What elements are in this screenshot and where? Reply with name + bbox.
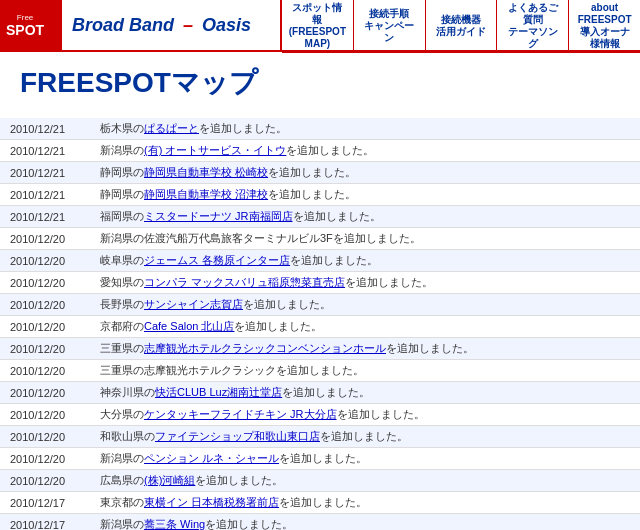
entry-link[interactable]: コンパラ マックスバリュ稲原惣菜直売店 [144, 276, 345, 288]
nav-about[interactable]: about FREESPOT導入オーナ様情報 [569, 0, 640, 52]
entry-link[interactable]: サンシャイン志賀店 [144, 298, 243, 310]
entry-link[interactable]: ファイテンショップ和歌山東口店 [155, 430, 320, 442]
date-cell: 2010/12/20 [0, 360, 90, 382]
entry-link[interactable]: (株)河崎組 [144, 474, 195, 486]
entry-suffix: を追加しました。 [268, 188, 356, 200]
page-title: FREESPOTマップ [0, 52, 640, 114]
brand-dash: – [183, 15, 198, 35]
entries-table: 2010/12/21栃木県のぱるぱーとを追加しました。2010/12/21新潟県… [0, 118, 640, 530]
table-row: 2010/12/20三重県の志摩観光ホテルクラシックコンベンションホールを追加し… [0, 338, 640, 360]
entry-link[interactable]: (有) オートサービス・イトウ [144, 144, 286, 156]
entry-prefix: 和歌山県の [100, 430, 155, 442]
logo: Free SPOT [6, 13, 44, 38]
table-row: 2010/12/20長野県のサンシャイン志賀店を追加しました。 [0, 294, 640, 316]
entry-link[interactable]: ケンタッキーフライドチキン JR大分店 [144, 408, 337, 420]
nav-faq[interactable]: よくあるご質問テーマソング [497, 0, 569, 52]
table-row: 2010/12/20新潟県の佐渡汽船万代島旅客ターミナルビル3Fを追加しました。 [0, 228, 640, 250]
table-row: 2010/12/17新潟県の蕎三条 Wingを追加しました。 [0, 514, 640, 531]
entry-suffix: を追加しました。 [234, 320, 322, 332]
entry-cell: 長野県のサンシャイン志賀店を追加しました。 [90, 294, 640, 316]
date-cell: 2010/12/20 [0, 382, 90, 404]
brand-title: Broad Band – Oasis [72, 15, 251, 36]
entry-prefix: 静岡県の [100, 166, 144, 178]
entry-prefix: 長野県の [100, 298, 144, 310]
entry-suffix: を追加しました。 [345, 276, 433, 288]
nav-devices[interactable]: 接続機器活用ガイド [426, 0, 498, 52]
date-cell: 2010/12/17 [0, 514, 90, 531]
entry-cell: 大分県のケンタッキーフライドチキン JR大分店を追加しました。 [90, 404, 640, 426]
nav-row: スポット情報(FREESPOT MAP) 接続手順キャンペーン 接続機器活用ガイ… [282, 0, 640, 53]
date-cell: 2010/12/20 [0, 448, 90, 470]
entry-suffix: を追加しました。 [268, 166, 356, 178]
entry-cell: 三重県の志摩観光ホテルクラシックコンベンションホールを追加しました。 [90, 338, 640, 360]
entry-link[interactable]: ペンション ルネ・シャール [144, 452, 279, 464]
table-row: 2010/12/20神奈川県の快活CLUB Luz湘南辻堂店を追加しました。 [0, 382, 640, 404]
entry-cell: 京都府のCafe Salon 北山店を追加しました。 [90, 316, 640, 338]
table-row: 2010/12/21栃木県のぱるぱーとを追加しました。 [0, 118, 640, 140]
table-row: 2010/12/20愛知県のコンパラ マックスバリュ稲原惣菜直売店を追加しました… [0, 272, 640, 294]
entry-suffix: を追加しました。 [386, 342, 474, 354]
entry-prefix: 神奈川県の [100, 386, 155, 398]
entry-link[interactable]: 東横イン 日本橋税務署前店 [144, 496, 279, 508]
entry-suffix: を追加しました。 [320, 430, 408, 442]
entry-prefix: 京都府の [100, 320, 144, 332]
entry-cell: 岐阜県のジェームス 各務原インター店を追加しました。 [90, 250, 640, 272]
entry-link[interactable]: 快活CLUB Luz湘南辻堂店 [155, 386, 282, 398]
entry-link[interactable]: ジェームス 各務原インター店 [144, 254, 290, 266]
date-cell: 2010/12/20 [0, 338, 90, 360]
date-cell: 2010/12/21 [0, 162, 90, 184]
entry-suffix: を追加しました。 [195, 474, 283, 486]
entry-cell: 三重県の志摩観光ホテルクラシックを追加しました。 [90, 360, 640, 382]
entry-link[interactable]: ぱるぱーと [144, 122, 199, 134]
entry-link[interactable]: 蕎三条 Wing [144, 518, 205, 530]
header: Free SPOT Broad Band – Oasis スポット情報(FREE… [0, 0, 640, 52]
table-row: 2010/12/21福岡県のミスタードーナツ JR南福岡店を追加しました。 [0, 206, 640, 228]
entry-suffix: を追加しました。 [279, 496, 367, 508]
table-row: 2010/12/21静岡県の静岡県自動車学校 松崎校を追加しました。 [0, 162, 640, 184]
entry-link[interactable]: Cafe Salon 北山店 [144, 320, 234, 332]
table-row: 2010/12/17東京都の東横イン 日本橋税務署前店を追加しました。 [0, 492, 640, 514]
logo-free: Free [17, 13, 33, 22]
entry-link[interactable]: 志摩観光ホテルクラシックコンベンションホール [144, 342, 386, 354]
date-cell: 2010/12/20 [0, 228, 90, 250]
entry-text: 新潟県の佐渡汽船万代島旅客ターミナルビル3Fを追加しました。 [100, 232, 421, 244]
entry-cell: 静岡県の静岡県自動車学校 松崎校を追加しました。 [90, 162, 640, 184]
nav-area: スポット情報(FREESPOT MAP) 接続手順キャンペーン 接続機器活用ガイ… [282, 0, 640, 50]
entry-cell: 東京都の東横イン 日本橋税務署前店を追加しました。 [90, 492, 640, 514]
date-cell: 2010/12/20 [0, 250, 90, 272]
entry-cell: 福岡県のミスタードーナツ JR南福岡店を追加しました。 [90, 206, 640, 228]
entry-cell: 新潟県の蕎三条 Wingを追加しました。 [90, 514, 640, 531]
entry-prefix: 新潟県の [100, 518, 144, 530]
entry-cell: 和歌山県のファイテンショップ和歌山東口店を追加しました。 [90, 426, 640, 448]
entry-cell: 新潟県の(有) オートサービス・イトウを追加しました。 [90, 140, 640, 162]
entry-prefix: 栃木県の [100, 122, 144, 134]
entry-suffix: を追加しました。 [282, 386, 370, 398]
brand-area: Broad Band – Oasis [62, 0, 282, 50]
entry-prefix: 広島県の [100, 474, 144, 486]
nav-spot-info[interactable]: スポット情報(FREESPOT MAP) [282, 0, 354, 52]
entry-cell: 新潟県の佐渡汽船万代島旅客ターミナルビル3Fを追加しました。 [90, 228, 640, 250]
entry-suffix: を追加しました。 [199, 122, 287, 134]
date-cell: 2010/12/21 [0, 118, 90, 140]
table-row: 2010/12/20京都府のCafe Salon 北山店を追加しました。 [0, 316, 640, 338]
entry-suffix: を追加しました。 [243, 298, 331, 310]
entry-prefix: 岐阜県の [100, 254, 144, 266]
nav-connect[interactable]: 接続手順キャンペーン [354, 0, 426, 52]
entry-link[interactable]: ミスタードーナツ JR南福岡店 [144, 210, 293, 222]
entry-link[interactable]: 静岡県自動車学校 沼津校 [144, 188, 268, 200]
date-cell: 2010/12/20 [0, 272, 90, 294]
entry-cell: 広島県の(株)河崎組を追加しました。 [90, 470, 640, 492]
date-cell: 2010/12/20 [0, 426, 90, 448]
entry-prefix: 三重県の [100, 342, 144, 354]
table-row: 2010/12/21新潟県の(有) オートサービス・イトウを追加しました。 [0, 140, 640, 162]
entry-cell: 栃木県のぱるぱーとを追加しました。 [90, 118, 640, 140]
date-cell: 2010/12/20 [0, 470, 90, 492]
entry-prefix: 新潟県の [100, 452, 144, 464]
entry-suffix: を追加しました。 [293, 210, 381, 222]
brand-text: Broad Band [72, 15, 174, 35]
entry-cell: 新潟県のペンション ルネ・シャールを追加しました。 [90, 448, 640, 470]
table-row: 2010/12/20三重県の志摩観光ホテルクラシックを追加しました。 [0, 360, 640, 382]
brand-oasis: Oasis [202, 15, 251, 35]
entry-prefix: 福岡県の [100, 210, 144, 222]
entry-link[interactable]: 静岡県自動車学校 松崎校 [144, 166, 268, 178]
